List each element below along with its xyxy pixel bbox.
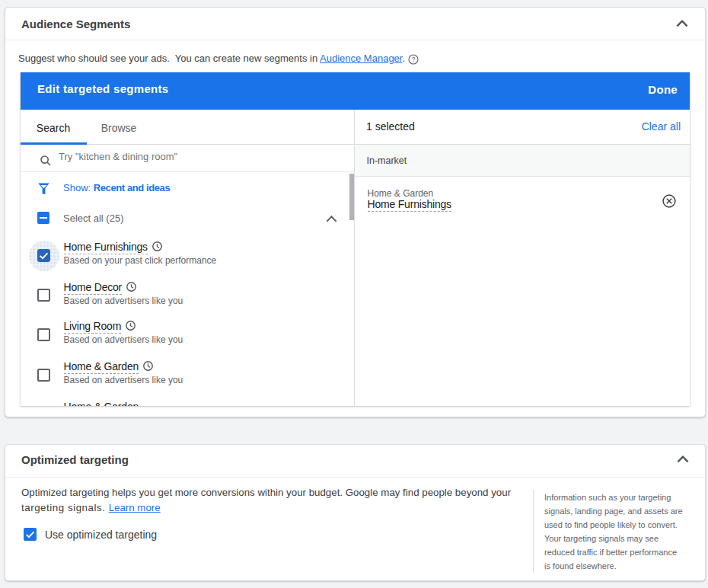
svg-text:?: ? <box>411 56 415 63</box>
